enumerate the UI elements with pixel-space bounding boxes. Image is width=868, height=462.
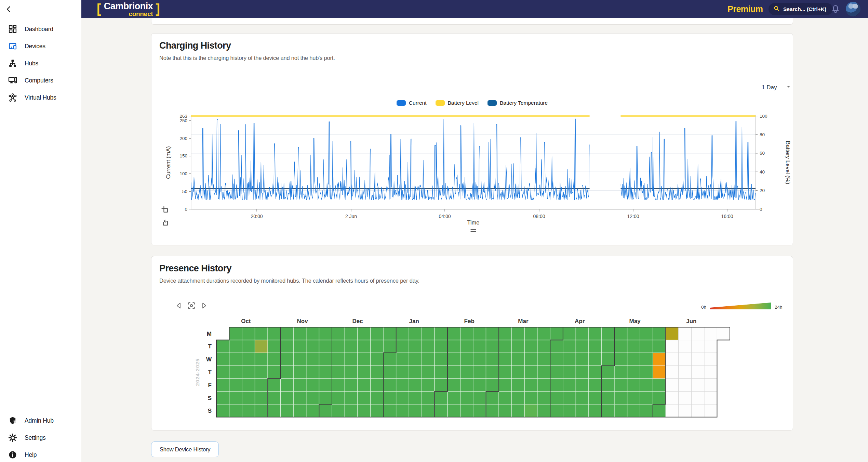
calendar-day-cell[interactable] (242, 392, 255, 405)
calendar-day-cell[interactable] (306, 340, 319, 353)
calendar-day-cell[interactable] (537, 366, 550, 379)
calendar-day-cell[interactable] (653, 340, 666, 353)
calendar-day-cell[interactable] (486, 366, 499, 379)
calendar-day-cell[interactable] (460, 404, 473, 417)
calendar-day-cell[interactable] (229, 340, 242, 353)
calendar-day-cell[interactable] (486, 404, 499, 417)
calendar-day-cell[interactable] (679, 340, 692, 353)
calendar-day-cell[interactable] (229, 378, 242, 392)
calendar-day-cell[interactable] (448, 353, 460, 366)
sidebar-item-virtual-hubs[interactable]: Virtual Hubs (0, 89, 81, 106)
calendar-day-cell[interactable] (640, 327, 653, 340)
calendar-day-cell[interactable] (396, 404, 409, 417)
calendar-day-cell[interactable] (345, 340, 358, 353)
calendar-day-cell[interactable] (332, 366, 345, 379)
calendar-day-cell[interactable] (422, 378, 435, 392)
calendar-day-cell[interactable] (576, 404, 589, 417)
calendar-day-cell[interactable] (255, 378, 268, 392)
calendar-day-cell[interactable] (691, 378, 704, 392)
calendar-day-cell[interactable] (550, 392, 563, 405)
calendar-day-cell[interactable] (653, 378, 666, 392)
calendar-day-cell[interactable] (602, 366, 615, 379)
sidebar-collapse-button[interactable] (3, 4, 14, 15)
calendar-day-cell[interactable] (704, 392, 717, 405)
calendar-day-cell[interactable] (614, 366, 627, 379)
calendar-day-cell[interactable] (576, 378, 589, 392)
calendar-day-cell[interactable] (319, 340, 332, 353)
calendar-day-cell[interactable] (589, 327, 602, 340)
calendar-day-cell[interactable] (358, 353, 371, 366)
calendar-day-cell[interactable] (242, 404, 255, 417)
calendar-day-cell[interactable] (371, 404, 384, 417)
calendar-day-cell[interactable] (332, 340, 345, 353)
calendar-day-cell[interactable] (576, 353, 589, 366)
calendar-day-cell[interactable] (358, 378, 371, 392)
calendar-day-cell[interactable] (486, 378, 499, 392)
calendar-day-cell[interactable] (537, 340, 550, 353)
calendar-day-cell[interactable] (396, 353, 409, 366)
sidebar-item-dashboard[interactable]: Dashboard (0, 21, 81, 38)
calendar-day-cell[interactable] (422, 327, 435, 340)
calendar-day-cell[interactable] (704, 353, 717, 366)
premium-badge[interactable]: Premium (727, 4, 763, 14)
calendar-day-cell[interactable] (383, 404, 396, 417)
calendar-day-cell[interactable] (512, 340, 525, 353)
calendar-day-cell[interactable] (679, 404, 692, 417)
calendar-day-cell[interactable] (409, 353, 422, 366)
calendar-day-cell[interactable] (435, 378, 448, 392)
calendar-day-cell[interactable] (281, 340, 294, 353)
calendar-day-cell[interactable] (524, 378, 537, 392)
calendar-day-cell[interactable] (550, 378, 563, 392)
chart-reset-zoom-button[interactable] (160, 218, 171, 229)
calendar-day-cell[interactable] (409, 404, 422, 417)
calendar-day-cell[interactable] (281, 353, 294, 366)
calendar-day-cell[interactable] (448, 404, 460, 417)
calendar-day-cell[interactable] (448, 392, 460, 405)
calendar-day-cell[interactable] (499, 340, 512, 353)
calendar-next-button[interactable] (199, 301, 209, 311)
calendar-day-cell[interactable] (602, 327, 615, 340)
calendar-day-cell[interactable] (358, 404, 371, 417)
calendar-day-cell[interactable] (576, 392, 589, 405)
calendar-day-cell[interactable] (448, 366, 460, 379)
calendar-day-cell[interactable] (345, 353, 358, 366)
calendar-day-cell[interactable] (537, 378, 550, 392)
calendar-day-cell[interactable] (653, 404, 666, 417)
calendar-day-cell[interactable] (268, 340, 281, 353)
calendar-day-cell[interactable] (499, 392, 512, 405)
calendar-day-cell[interactable] (229, 353, 242, 366)
calendar-day-cell[interactable] (371, 392, 384, 405)
calendar-day-cell[interactable] (717, 327, 730, 340)
calendar-day-cell[interactable] (242, 327, 255, 340)
calendar-day-cell[interactable] (242, 353, 255, 366)
calendar-day-cell[interactable] (371, 366, 384, 379)
calendar-day-cell[interactable] (396, 378, 409, 392)
calendar-day-cell[interactable] (691, 392, 704, 405)
calendar-day-cell[interactable] (409, 378, 422, 392)
calendar-day-cell[interactable] (229, 366, 242, 379)
calendar-day-cell[interactable] (396, 366, 409, 379)
sidebar-item-help[interactable]: Help (0, 446, 81, 462)
calendar-day-cell[interactable] (653, 366, 666, 379)
calendar-day-cell[interactable] (563, 340, 576, 353)
calendar-day-cell[interactable] (345, 404, 358, 417)
calendar-day-cell[interactable] (576, 340, 589, 353)
calendar-day-cell[interactable] (460, 353, 473, 366)
calendar-day-cell[interactable] (691, 366, 704, 379)
calendar-day-cell[interactable] (293, 366, 306, 379)
calendar-day-cell[interactable] (614, 378, 627, 392)
calendar-center-focus-button[interactable] (186, 301, 197, 311)
charging-chart-canvas[interactable]: 26325020015010050010080604020020:002 Jun… (151, 34, 793, 246)
calendar-day-cell[interactable] (293, 378, 306, 392)
calendar-day-cell[interactable] (614, 327, 627, 340)
calendar-day-cell[interactable] (640, 404, 653, 417)
calendar-day-cell[interactable] (422, 353, 435, 366)
calendar-day-cell[interactable] (640, 392, 653, 405)
calendar-day-cell[interactable] (512, 392, 525, 405)
calendar-day-cell[interactable] (704, 404, 717, 417)
calendar-day-cell[interactable] (666, 327, 679, 340)
calendar-day-cell[interactable] (512, 404, 525, 417)
calendar-day-cell[interactable] (371, 378, 384, 392)
calendar-day-cell[interactable] (640, 366, 653, 379)
calendar-day-cell[interactable] (704, 366, 717, 379)
